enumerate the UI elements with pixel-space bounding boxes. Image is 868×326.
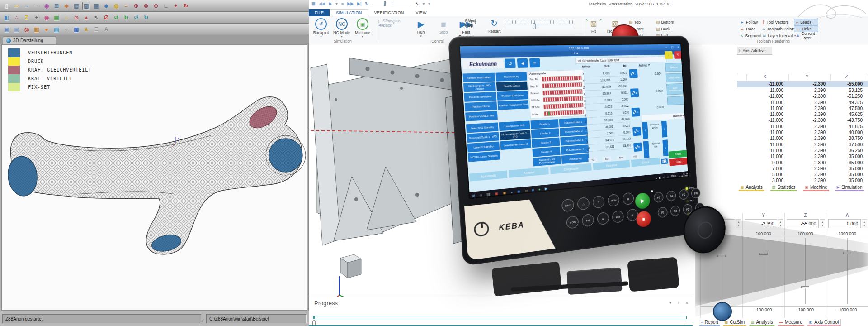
mesh-refine-icon[interactable]: ⊗ xyxy=(142,2,150,10)
axis-theta-button[interactable]: θ xyxy=(633,143,642,152)
btn-pulverschalter-1[interactable]: Pulverschalter 1 xyxy=(559,118,587,128)
axis-move-button[interactable]: ↕ xyxy=(632,127,641,136)
minus-icon[interactable]: – xyxy=(33,2,41,10)
progress-collapse-icon[interactable]: ▾ xyxy=(669,301,671,305)
btn-position-heizplatten-test[interactable]: Position Heizplatten-Test xyxy=(498,100,529,110)
tab-file[interactable]: FILE xyxy=(309,9,330,16)
tab-simulation[interactable]: ▶ Simulation xyxy=(835,184,864,191)
z-depth-icon[interactable]: Z xyxy=(23,14,31,22)
spray-icon[interactable]: ∴ xyxy=(13,14,21,22)
btn-laser-2-standby[interactable]: Laser 2 Standby xyxy=(467,141,500,152)
view-cube-gnomon[interactable] xyxy=(331,254,361,299)
key-esc[interactable]: ESC xyxy=(561,199,574,212)
qat-run-icon[interactable]: ▶ xyxy=(329,1,332,6)
key-num[interactable]: NUM xyxy=(608,194,620,207)
qat-more-icon[interactable]: ▾ xyxy=(428,1,430,6)
btn-zoom-zuruecksetzen[interactable]: Zoom zurücksetzen xyxy=(666,83,684,95)
save-as-icon[interactable]: ▣ xyxy=(13,25,21,34)
qat-restart-icon[interactable]: ↻ xyxy=(365,1,369,6)
tab-analysis[interactable]: ▦ Analysis xyxy=(739,184,764,191)
app-blue-icon[interactable]: ■ xyxy=(532,187,534,192)
key-f1[interactable]: F1 xyxy=(658,206,668,218)
qat-cursor-icon[interactable]: ↖ xyxy=(415,1,419,6)
key-screen[interactable]: ⊞ xyxy=(597,212,609,225)
btn-laser-ipg-standby[interactable]: Laser IPG Standby xyxy=(466,122,499,133)
btn-achsen-einschalten[interactable]: Achsen einschalten xyxy=(462,73,495,82)
previous-op-button[interactable]: |◀◀ Previous Op xyxy=(378,20,402,26)
recompute2-icon[interactable]: ↻ xyxy=(122,14,130,22)
sphere-icon[interactable]: ● xyxy=(42,25,51,34)
qat-step-fwd-icon[interactable]: ▶| xyxy=(357,1,361,6)
axis-value-input[interactable]: -2.390 xyxy=(745,219,777,228)
key-f3[interactable]: F3 xyxy=(670,205,680,216)
material-icon[interactable]: ◉ xyxy=(42,14,51,22)
nc-mode-button[interactable]: NC NC Mode ▾ xyxy=(331,18,352,38)
hmi-stop-button[interactable]: Stop xyxy=(669,158,688,166)
element-forces-icon[interactable]: ▲ xyxy=(82,14,90,22)
qat-fast-forward-icon[interactable]: ▶▶ xyxy=(347,1,354,6)
btn-laserpointer-laser-2[interactable]: Laserpointer Laser 2 xyxy=(500,139,531,150)
picker-icon[interactable]: ◈ xyxy=(62,2,71,10)
pin-icon[interactable]: ◄ ▲ xyxy=(572,52,579,54)
labels-icon[interactable]: ▤ xyxy=(52,25,61,34)
window-controls[interactable]: – ▢ × xyxy=(665,44,681,50)
axis-slider-handle[interactable] xyxy=(717,255,726,257)
override-decrease-button[interactable]: ‹ xyxy=(642,122,648,139)
image-icon[interactable]: ▧ xyxy=(72,25,80,34)
table-header[interactable]: X Y Z xyxy=(737,74,868,81)
table-row[interactable]: -11.000 -2.390 -51.250 xyxy=(737,93,868,99)
node-forces-icon[interactable]: ⊙ xyxy=(72,14,80,22)
table-row[interactable]: -11.000 -2.390 -49.375 xyxy=(737,100,868,105)
btn-laserpointer-ipg[interactable]: Laserpointer IPG xyxy=(499,121,530,131)
axis-slider-track[interactable] xyxy=(764,238,764,304)
tab-simulation[interactable]: SIMULATION xyxy=(330,9,368,16)
app-menu-icon[interactable]: ▦ xyxy=(311,1,316,6)
selected-table-row[interactable]: -11.000 -2.390 -55.000 xyxy=(737,81,868,87)
qat-stop-icon[interactable]: ■ xyxy=(341,1,344,6)
btn-vcsel-laser-standby[interactable]: VCSEL-Laser Standby xyxy=(468,151,500,162)
bone-icon[interactable]: Ξ xyxy=(92,25,100,34)
structure-icon[interactable]: ◉ xyxy=(42,2,51,10)
move-icon[interactable]: + xyxy=(33,14,41,22)
table-row[interactable]: -11.000 -2.390 -38.750 xyxy=(737,135,868,141)
redo-red-icon[interactable]: ↻ xyxy=(182,2,190,10)
recompute-icon[interactable]: ↺ xyxy=(112,14,120,22)
btn-pulverschalter-4[interactable]: Pulverschalter 4 xyxy=(561,144,589,155)
btn-feeder-2[interactable]: Feeder 2 xyxy=(531,128,559,138)
grid-icon[interactable]: ▦ xyxy=(52,14,61,22)
key-f4[interactable]: F4 xyxy=(666,190,676,201)
table-row[interactable]: -11.000 -2.390 -41.875 xyxy=(737,124,868,129)
resize-grip[interactable]: ∕∕ xyxy=(202,318,203,323)
axis-jog-left-button[interactable]: ← xyxy=(629,69,637,78)
tray-up-icon[interactable]: ▴ xyxy=(656,176,657,179)
table-row[interactable]: -11.000 -2.390 -45.625 xyxy=(737,111,868,117)
key-f6[interactable]: F6 xyxy=(679,189,689,200)
next-op-button[interactable]: ▶▶| Next Op xyxy=(460,20,477,26)
bulb-icon[interactable]: ☼ xyxy=(62,14,71,22)
axis-spinner[interactable]: ▲▼ xyxy=(778,219,783,228)
axis-slider-handle[interactable] xyxy=(801,286,809,288)
btn-test-druckluft[interactable]: Test Druckluft xyxy=(496,82,528,91)
fem-3d-canvas[interactable]: Z VERSCHIEBUNGEN DRUCK KRAFT GLEICHVERTE… xyxy=(1,44,307,311)
new-file-icon[interactable]: ▯ xyxy=(3,2,11,10)
axis-slider-track[interactable] xyxy=(805,238,806,304)
refresh-icon[interactable]: ↺ xyxy=(132,14,140,22)
progress-slider-track[interactable] xyxy=(313,323,687,323)
override-decrease-button[interactable]: ‹ xyxy=(643,141,650,158)
key-help[interactable]: ? xyxy=(592,195,604,208)
btn-absaugung[interactable]: Absaugung xyxy=(561,153,590,164)
btn-reserve-slot[interactable] xyxy=(667,96,685,105)
table-row[interactable]: -3.000 -2.390 -35.000 xyxy=(737,177,868,183)
key-folder[interactable]: ▤ xyxy=(622,192,634,205)
btn-position-einrichten[interactable]: Position Einrichten xyxy=(497,91,528,100)
view-bottom-button[interactable]: ▧Bottom xyxy=(656,19,682,25)
qat-step-back-icon[interactable]: ◀◀ xyxy=(319,1,326,6)
hmi-start-button[interactable]: Start xyxy=(669,150,688,158)
document-tab-multi-axis-additive[interactable]: ti-Axis Additive xyxy=(737,47,772,55)
hopper-button[interactable]: ↓ xyxy=(665,51,673,59)
btn-gasventil-pulverfoerderer[interactable]: Gasventil zum Pulverförderer xyxy=(533,156,561,166)
axis-slider-handle[interactable] xyxy=(760,253,768,255)
key-mod[interactable]: MOD xyxy=(566,216,579,229)
tab-3d-darstellung[interactable]: 3D-Darstellung xyxy=(3,36,56,44)
hmi-stop-icon-button[interactable]: ▽ xyxy=(674,51,682,59)
